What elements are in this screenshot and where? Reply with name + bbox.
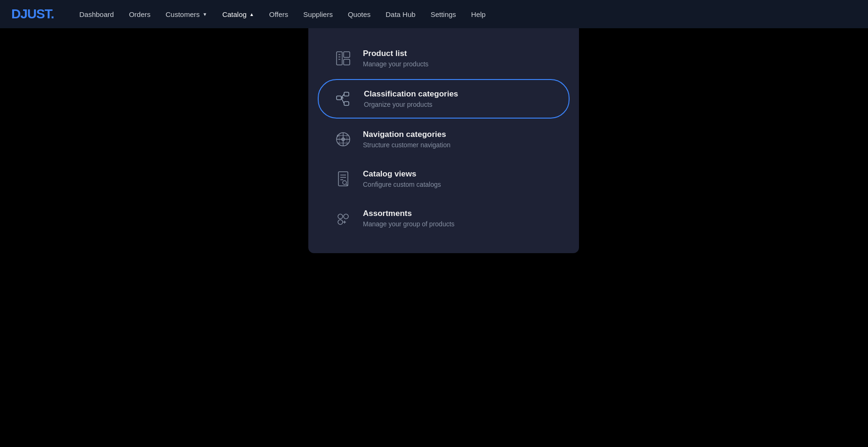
svg-point-26 (343, 181, 346, 184)
catalog-views-text: Catalog views Configure custom catalogs (363, 169, 441, 188)
classification-subtitle: Organize your products (364, 101, 458, 108)
product-list-title: Product list (363, 49, 428, 58)
svg-point-30 (338, 220, 343, 224)
nav-item-settings[interactable]: Settings (424, 7, 463, 22)
main-content: Product list Manage your products Classi… (0, 28, 868, 447)
assortments-text: Assortments Manage your group of product… (363, 209, 455, 228)
navigation-text: Navigation categories Structure customer… (363, 130, 450, 149)
logo-text: DJUST (11, 7, 51, 21)
classification-text: Classification categories Organize your … (364, 89, 458, 108)
svg-rect-5 (344, 59, 350, 65)
svg-point-29 (344, 214, 348, 219)
catalog-dropdown: Product list Manage your products Classi… (308, 28, 579, 253)
nav-item-quotes[interactable]: Quotes (341, 7, 377, 22)
assortments-title: Assortments (363, 209, 455, 218)
nav-items: Dashboard Orders Customers ▼ Catalog ▲ O… (72, 7, 492, 22)
svg-point-28 (338, 214, 343, 219)
navigation-title: Navigation categories (363, 130, 450, 139)
catalog-views-subtitle: Configure custom catalogs (363, 181, 441, 188)
catalog-views-icon (333, 168, 354, 189)
nav-item-catalog[interactable]: Catalog ▲ (216, 7, 261, 22)
dropdown-item-product-list[interactable]: Product list Manage your products (318, 40, 570, 77)
nav-item-datahub[interactable]: Data Hub (379, 7, 422, 22)
customers-arrow: ▼ (202, 12, 207, 17)
svg-rect-0 (337, 52, 342, 65)
svg-rect-8 (344, 102, 349, 105)
svg-rect-6 (337, 96, 341, 100)
catalog-views-title: Catalog views (363, 169, 441, 179)
dropdown-item-classification[interactable]: Classification categories Organize your … (318, 79, 570, 119)
catalog-arrow: ▲ (249, 12, 254, 17)
dropdown-item-assortments[interactable]: Assortments Manage your group of product… (318, 200, 570, 237)
product-list-icon (333, 48, 354, 69)
assortments-subtitle: Manage your group of products (363, 220, 455, 228)
logo[interactable]: DJUST. (11, 7, 54, 22)
nav-item-customers[interactable]: Customers ▼ (159, 7, 214, 22)
classification-title: Classification categories (364, 89, 458, 99)
nav-item-orders[interactable]: Orders (122, 7, 157, 22)
svg-rect-4 (344, 52, 350, 57)
navigation-icon (333, 129, 354, 150)
left-panel (0, 28, 308, 447)
product-list-subtitle: Manage your products (363, 60, 428, 68)
assortments-icon (333, 208, 354, 229)
classification-icon (334, 88, 354, 109)
svg-rect-7 (344, 92, 349, 96)
nav-item-dashboard[interactable]: Dashboard (72, 7, 120, 22)
nav-item-suppliers[interactable]: Suppliers (297, 7, 339, 22)
dropdown-item-catalog-views[interactable]: Catalog views Configure custom catalogs (318, 160, 570, 198)
product-list-text: Product list Manage your products (363, 49, 428, 68)
svg-point-11 (342, 97, 344, 99)
nav-item-offers[interactable]: Offers (263, 7, 295, 22)
svg-line-10 (341, 98, 344, 104)
nav-item-help[interactable]: Help (465, 7, 492, 22)
navigation-subtitle: Structure customer navigation (363, 141, 450, 149)
navbar: DJUST. Dashboard Orders Customers ▼ Cata… (0, 0, 868, 28)
logo-dot: . (51, 7, 54, 21)
dropdown-item-navigation[interactable]: Navigation categories Structure customer… (318, 120, 570, 158)
